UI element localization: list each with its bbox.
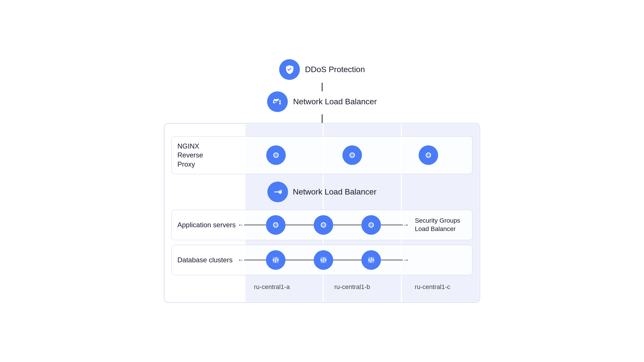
- zone-labels: ru-central1-a ru-central1-b ru-central1-…: [232, 283, 473, 291]
- db-icon-a: [266, 250, 285, 270]
- vpc-inner: NGINX Reverse Proxy: [171, 130, 473, 291]
- v-line-2: [322, 114, 323, 123]
- nginx-icon-b: [342, 145, 362, 165]
- app-server-icons: ←: [238, 215, 409, 235]
- app-node-icon-c: [367, 220, 376, 230]
- inner-nlb-label: Network Load Balancer: [293, 187, 376, 197]
- ddos-icon-circle: [279, 59, 300, 80]
- nlb-top-icon-circle: [267, 91, 288, 112]
- arrow-right-symbol: →: [403, 221, 409, 229]
- h-line-mid1: [285, 225, 314, 225]
- db-node-icon-a: [271, 255, 280, 265]
- db-icon-b: [314, 250, 333, 270]
- db-h-line-mid2: [333, 260, 361, 260]
- db-arrow-right-symbol: →: [403, 256, 409, 264]
- v-line-1: [322, 83, 323, 91]
- inner-nlb-svg: [273, 187, 283, 197]
- nginx-row-box: NGINX Reverse Proxy: [171, 136, 473, 174]
- security-groups-label: Security Groups Load Balancer: [409, 217, 467, 233]
- zone-label-c: ru-central1-c: [392, 283, 473, 291]
- nginx-label: NGINX Reverse Proxy: [177, 142, 238, 169]
- vpc-area: VPC Network NGINX Reverse Proxy: [164, 123, 480, 303]
- nginx-node-icon-a: [271, 151, 281, 160]
- nlb-top-label: Network Load Balancer: [293, 97, 377, 106]
- ddos-row: DDoS Protection: [279, 59, 365, 80]
- db-clusters-row-box: Database clusters ←: [171, 245, 473, 275]
- zone-label-b: ru-central1-b: [312, 283, 392, 291]
- ddos-label: DDoS Protection: [305, 65, 365, 74]
- app-node-icon-b: [319, 220, 328, 230]
- inner-nlb-icon: [267, 182, 288, 202]
- nginx-icon-c: [419, 145, 438, 165]
- inner-nlb-row: Network Load Balancer: [171, 179, 473, 205]
- db-node-icon-c: [367, 255, 376, 265]
- load-balancer-icon: [272, 97, 283, 107]
- db-h-line-right: [381, 260, 403, 260]
- db-node-icon-b: [319, 255, 328, 265]
- db-h-line-left: [244, 260, 266, 260]
- nlb-top-row: Network Load Balancer: [267, 91, 377, 112]
- db-right-arrow: →: [381, 256, 409, 264]
- db-icons: ←: [238, 250, 409, 270]
- db-icon-c: [361, 250, 381, 270]
- db-arrow-left-symbol: ←: [238, 256, 244, 264]
- nginx-node-icon-b: [348, 151, 357, 160]
- h-line-right: [381, 225, 403, 225]
- shield-check-icon: [284, 64, 295, 75]
- db-left-arrow: ←: [238, 256, 266, 264]
- nginx-icons: [238, 145, 467, 165]
- app-servers-row-box: Application servers ←: [171, 210, 473, 240]
- app-node-icon-a: [271, 220, 280, 230]
- app-right-arrow: →: [381, 221, 409, 229]
- db-clusters-label: Database clusters: [177, 255, 238, 264]
- h-line-left: [244, 225, 266, 225]
- nginx-icon-a: [266, 145, 286, 165]
- ddos-section: DDoS Protection: [279, 59, 365, 80]
- app-servers-label: Application servers: [177, 220, 238, 229]
- diagram-container: DDoS Protection Network Load Balancer VP…: [121, 59, 523, 303]
- app-left-arrow: ←: [238, 221, 266, 229]
- nginx-node-icon-c: [424, 151, 433, 160]
- app-icon-c: [361, 215, 381, 235]
- app-icon-b: [314, 215, 333, 235]
- app-icon-a: [266, 215, 285, 235]
- db-h-line-mid1: [285, 260, 314, 260]
- arrow-left-symbol: ←: [238, 221, 244, 229]
- h-line-mid2: [333, 225, 361, 225]
- zone-label-a: ru-central1-a: [232, 283, 312, 291]
